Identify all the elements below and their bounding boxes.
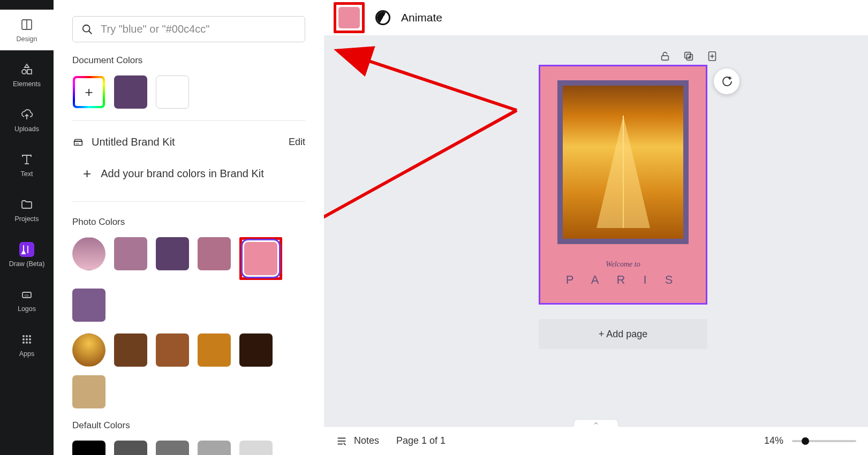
photo-colors-row1 — [72, 237, 305, 322]
photo-color-swatch[interactable] — [72, 289, 105, 322]
plus-icon: + — [83, 165, 91, 182]
zoom-slider[interactable] — [792, 440, 856, 442]
annotation-highlight — [239, 237, 282, 280]
lock-icon[interactable] — [659, 50, 671, 62]
photo-color-swatch[interactable] — [156, 333, 189, 367]
design-page[interactable]: Welcome to P A R I S — [539, 65, 707, 305]
svg-line-22 — [89, 31, 92, 34]
photo-color-swatch[interactable] — [239, 333, 273, 367]
comment-button[interactable] — [714, 69, 739, 94]
eiffel-photo[interactable] — [563, 86, 683, 239]
photo-color-swatch[interactable] — [72, 375, 105, 408]
sidebar-label: Draw (Beta) — [9, 260, 45, 268]
sidebar-label: Logos — [18, 305, 36, 313]
photo-colors-title: Photo Colors — [72, 217, 305, 228]
zoom-controls: 14% — [764, 435, 856, 446]
add-page-button[interactable]: + Add page — [539, 319, 707, 349]
svg-line-36 — [364, 59, 517, 110]
default-color-swatch[interactable] — [239, 441, 273, 455]
svg-line-37 — [324, 110, 517, 249]
draw-icon — [19, 242, 34, 257]
default-color-swatch[interactable] — [156, 441, 189, 455]
photo-color-swatch[interactable] — [114, 333, 147, 367]
sidebar-apps[interactable]: Apps — [0, 324, 54, 365]
bottom-bar: Notes Page 1 of 1 14% — [324, 426, 868, 455]
apps-icon — [19, 332, 34, 347]
sidebar-label: Design — [17, 35, 37, 43]
sidebar-uploads[interactable]: Uploads — [0, 100, 54, 140]
left-sidebar: Design Elements Uploads Text Projects Dr… — [0, 0, 54, 455]
sidebar-label: Uploads — [14, 125, 39, 133]
brand-kit-title: Untitled Brand Kit — [92, 136, 175, 148]
color-panel: Document Colors + co. Untitled Brand Kit… — [54, 0, 324, 455]
canvas-toolbar: Animate — [324, 0, 868, 35]
element-color-button[interactable] — [338, 7, 360, 28]
photo-color-swatch[interactable] — [198, 237, 231, 270]
duplicate-icon[interactable] — [683, 50, 695, 62]
svg-point-15 — [22, 338, 25, 340]
search-icon — [81, 24, 93, 35]
add-color-swatch[interactable]: + — [72, 75, 105, 109]
sidebar-projects[interactable]: Projects — [0, 189, 54, 230]
notes-button[interactable]: Notes — [336, 435, 379, 447]
sidebar-label: Apps — [19, 350, 35, 358]
photo-color-source[interactable] — [72, 237, 105, 270]
sidebar-label: Text — [21, 170, 33, 178]
doc-color-swatch[interactable] — [156, 75, 189, 109]
svg-text:co.: co. — [76, 141, 80, 145]
svg-point-20 — [29, 342, 31, 344]
photo-color-swatch[interactable] — [156, 237, 189, 270]
svg-text:co.: co. — [25, 293, 29, 297]
design-icon — [19, 17, 34, 32]
sidebar-text[interactable]: Text — [0, 145, 54, 185]
photo-color-swatch-selected[interactable] — [244, 242, 277, 275]
photo-color-swatch[interactable] — [114, 237, 147, 270]
paris-text[interactable]: P A R I S — [540, 273, 706, 287]
collapse-tab[interactable] — [573, 419, 618, 427]
animate-button[interactable]: Animate — [401, 11, 442, 24]
sidebar-label: Elements — [13, 80, 41, 88]
default-colors-title: Default Colors — [72, 420, 305, 431]
svg-point-21 — [83, 25, 90, 32]
elements-icon — [19, 62, 34, 77]
sidebar-design[interactable]: Design — [0, 10, 54, 50]
svg-point-12 — [22, 335, 25, 337]
notes-label: Notes — [354, 435, 379, 446]
projects-icon — [19, 197, 34, 212]
default-colors-row1 — [72, 441, 305, 455]
zoom-percent[interactable]: 14% — [764, 435, 783, 446]
doc-color-swatch[interactable] — [114, 75, 147, 109]
svg-point-18 — [22, 342, 25, 344]
photo-color-source[interactable] — [72, 333, 105, 367]
add-brand-colors[interactable]: + Add your brand colors in Brand Kit — [72, 162, 305, 197]
default-color-swatch[interactable] — [114, 441, 147, 455]
svg-point-16 — [26, 338, 28, 340]
sidebar-draw[interactable]: Draw (Beta) — [0, 234, 54, 275]
svg-marker-4 — [25, 64, 29, 67]
svg-point-14 — [29, 335, 31, 337]
svg-rect-3 — [27, 70, 32, 74]
color-search-input[interactable] — [101, 23, 296, 35]
doc-colors-title: Document Colors — [72, 55, 305, 66]
brand-kit-icon: co. — [72, 136, 84, 148]
sidebar-label: Projects — [14, 215, 39, 223]
photo-frame — [557, 80, 689, 244]
svg-point-2 — [22, 70, 26, 74]
brand-kit-header: co. Untitled Brand Kit Edit — [72, 136, 305, 148]
canvas[interactable]: Welcome to P A R I S + Add page — [324, 35, 868, 426]
welcome-text[interactable]: Welcome to — [540, 260, 706, 269]
sidebar-elements[interactable]: Elements — [0, 55, 54, 95]
notes-icon — [336, 435, 348, 447]
default-color-swatch[interactable] — [198, 441, 231, 455]
transparency-button[interactable] — [375, 10, 390, 25]
photo-colors-row2 — [72, 333, 305, 408]
photo-color-swatch[interactable] — [198, 333, 231, 367]
text-icon — [19, 152, 34, 167]
page-indicator[interactable]: Page 1 of 1 — [396, 435, 446, 446]
svg-point-19 — [26, 342, 28, 344]
brand-kit-edit[interactable]: Edit — [289, 136, 305, 148]
add-page-icon[interactable] — [706, 50, 718, 62]
sidebar-logos[interactable]: co. Logos — [0, 279, 54, 320]
default-color-swatch[interactable] — [72, 441, 105, 455]
color-search[interactable] — [72, 16, 305, 42]
